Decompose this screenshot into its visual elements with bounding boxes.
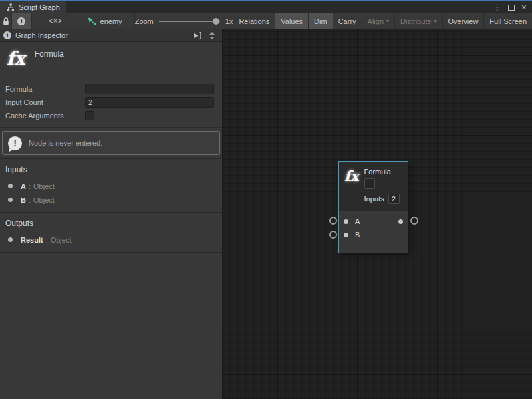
port-name: B bbox=[21, 196, 26, 204]
graph-inspector-panel: i Graph Inspector fx Formula bbox=[0, 29, 223, 399]
align-button[interactable]: Align ▾ bbox=[362, 13, 395, 29]
cache-arguments-field-label: Cache Arguments bbox=[5, 112, 85, 120]
window-menu-icon[interactable]: ⋮ bbox=[493, 3, 501, 11]
carry-button[interactable]: Carry bbox=[333, 13, 362, 29]
tab-title: Script Graph bbox=[19, 3, 60, 11]
output-port-result[interactable] bbox=[398, 219, 403, 224]
warning-box: ! Node is never entered. bbox=[2, 131, 220, 155]
cache-arguments-field-row: Cache Arguments bbox=[5, 109, 214, 122]
input-row-a: A : Object bbox=[0, 179, 222, 193]
overview-button-label: Overview bbox=[448, 17, 479, 25]
graph-inspector-title: Graph Inspector bbox=[15, 31, 68, 39]
outer-connect-ring-result[interactable] bbox=[410, 217, 418, 225]
arrow-down-icon[interactable] bbox=[209, 37, 215, 39]
unit-title: Formula bbox=[35, 49, 64, 59]
panel-scroll-stepper[interactable] bbox=[205, 29, 219, 41]
input-count-input[interactable] bbox=[85, 97, 214, 108]
port-dot-icon bbox=[8, 184, 13, 188]
script-graph-window: Script Graph ⋮ × i <×> bbox=[0, 0, 532, 399]
zoom-label: Zoom bbox=[135, 17, 154, 25]
dock-panel-button[interactable] bbox=[190, 29, 205, 41]
zoom-slider-handle[interactable] bbox=[213, 18, 219, 25]
formula-node-header: fx Formula Inputs 2 bbox=[339, 162, 408, 211]
input-port-a-label: A bbox=[355, 217, 360, 225]
lock-icon bbox=[3, 17, 9, 25]
input-row-b: B : Object bbox=[0, 193, 222, 207]
input-port-b-label: B bbox=[355, 231, 360, 239]
node-inputs-label: Inputs bbox=[364, 195, 384, 203]
port-separator: : bbox=[29, 182, 31, 190]
port-dot-icon bbox=[8, 237, 13, 242]
values-button-label: Values bbox=[281, 17, 303, 25]
input-port-a[interactable] bbox=[344, 219, 348, 224]
inputs-section: Inputs A : Object B : Object bbox=[0, 159, 222, 213]
inputs-section-header: Inputs bbox=[0, 162, 222, 179]
values-button[interactable]: Values bbox=[275, 13, 309, 29]
full-screen-button-label: Full Screen bbox=[489, 17, 527, 25]
unit-title-block: fx Formula bbox=[0, 42, 222, 78]
node-formula-checkbox[interactable] bbox=[364, 178, 375, 189]
zoom-control: Zoom 1x bbox=[135, 13, 234, 29]
dock-right-icon bbox=[193, 32, 201, 39]
outputs-section: Outputs Result : Object bbox=[0, 213, 222, 253]
port-name: A bbox=[21, 182, 26, 190]
port-type: Object bbox=[33, 182, 55, 190]
input-count-field-label: Input Count bbox=[5, 98, 85, 106]
relations-button[interactable]: Relations bbox=[233, 13, 275, 29]
warning-section: ! Node is never entered. bbox=[0, 128, 222, 159]
close-icon[interactable]: × bbox=[521, 3, 527, 12]
outputs-section-header: Outputs bbox=[0, 216, 222, 233]
outer-connect-ring-a[interactable] bbox=[329, 217, 337, 225]
port-type: Object bbox=[51, 236, 72, 244]
graph-inspector-header: i Graph Inspector bbox=[0, 29, 222, 42]
code-icon: <×> bbox=[49, 17, 63, 25]
formula-field-row: Formula bbox=[5, 82, 214, 96]
fx-icon: fx bbox=[344, 168, 359, 204]
port-separator: : bbox=[46, 236, 48, 244]
arrow-up-icon[interactable] bbox=[209, 32, 215, 35]
info-icon: i bbox=[3, 31, 11, 39]
full-screen-button[interactable]: Full Screen bbox=[484, 13, 532, 29]
lock-button[interactable] bbox=[0, 13, 12, 29]
fx-icon: fx bbox=[7, 47, 25, 70]
relations-button-label: Relations bbox=[239, 17, 269, 25]
zoom-slider[interactable] bbox=[159, 17, 220, 25]
script-graph-icon bbox=[7, 3, 15, 11]
graph-canvas[interactable]: fx Formula Inputs 2 A bbox=[223, 29, 532, 399]
chevron-down-icon: ▾ bbox=[386, 18, 389, 24]
port-name: Result bbox=[21, 236, 43, 244]
port-separator: : bbox=[29, 196, 31, 204]
formula-input[interactable] bbox=[85, 84, 214, 94]
zoom-value: 1x bbox=[225, 17, 233, 25]
node-title: Formula bbox=[364, 168, 400, 176]
cache-arguments-checkbox[interactable] bbox=[85, 111, 94, 120]
port-type: Object bbox=[33, 196, 55, 204]
window-controls: ⋮ × bbox=[493, 1, 532, 13]
chevron-down-icon: ▾ bbox=[434, 18, 437, 24]
distribute-button[interactable]: Distribute ▾ bbox=[395, 13, 442, 29]
graph-breadcrumb-label: enemy bbox=[100, 17, 122, 25]
node-inputs-row: Inputs 2 bbox=[364, 194, 400, 204]
maximize-icon[interactable] bbox=[508, 5, 515, 11]
graph-breadcrumb-button[interactable]: enemy bbox=[80, 13, 135, 29]
distribute-button-label: Distribute bbox=[400, 17, 431, 25]
formula-node[interactable]: fx Formula Inputs 2 A bbox=[338, 161, 408, 253]
dim-button-label: Dim bbox=[314, 17, 327, 25]
graph-pointer-icon bbox=[87, 17, 96, 25]
node-port-row-b: B bbox=[344, 228, 403, 241]
dim-button[interactable]: Dim bbox=[309, 13, 333, 29]
outer-connect-ring-b[interactable] bbox=[329, 231, 337, 239]
input-port-b[interactable] bbox=[344, 233, 348, 237]
tab-bar: Script Graph ⋮ × bbox=[0, 1, 532, 13]
code-view-button[interactable]: <×> bbox=[32, 13, 80, 29]
formula-field-label: Formula bbox=[5, 85, 85, 93]
port-dot-icon bbox=[8, 198, 13, 202]
zoom-slider-track[interactable] bbox=[159, 21, 220, 22]
tab-script-graph[interactable]: Script Graph bbox=[0, 1, 66, 13]
inspector-toggle-button[interactable]: i bbox=[12, 13, 31, 29]
node-port-row-a: A bbox=[344, 215, 403, 228]
overview-button[interactable]: Overview bbox=[443, 13, 485, 29]
carry-button-label: Carry bbox=[338, 17, 356, 25]
warning-text: Node is never entered. bbox=[29, 139, 102, 147]
node-input-count-field[interactable]: 2 bbox=[388, 194, 400, 204]
